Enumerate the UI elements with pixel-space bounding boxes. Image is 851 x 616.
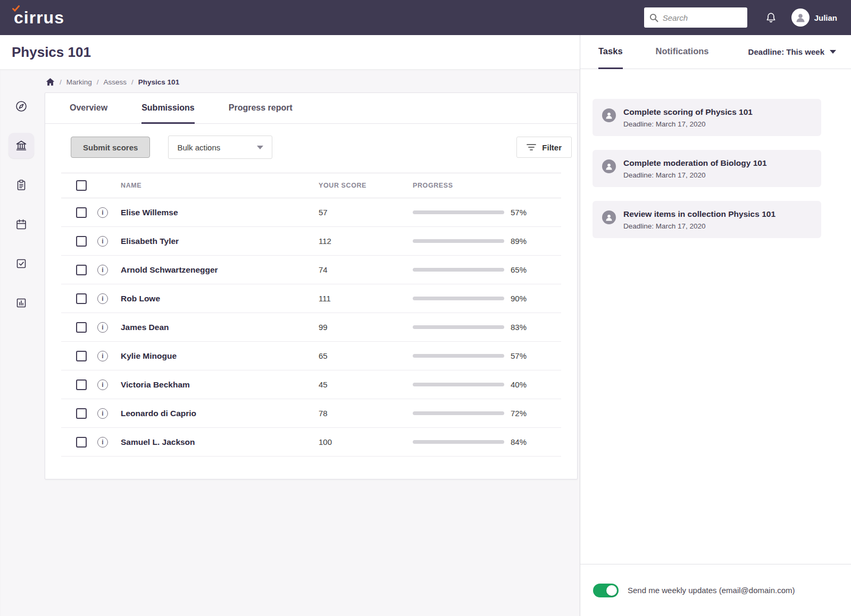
info-icon[interactable]: i xyxy=(97,351,108,361)
row-checkbox[interactable] xyxy=(76,437,87,448)
table-row: i Elise Willemse 57 57% xyxy=(61,198,561,227)
sidebar-item-clipboard[interactable] xyxy=(9,172,34,198)
sidebar-item-reports[interactable] xyxy=(9,290,34,316)
row-checkbox[interactable] xyxy=(76,379,87,390)
toggle-knob xyxy=(606,585,617,596)
cirrus-logo[interactable]: cirrus xyxy=(14,9,64,26)
select-all-checkbox[interactable] xyxy=(76,180,87,191)
info-icon[interactable]: i xyxy=(97,379,108,390)
logo-text: cirrus xyxy=(14,8,64,27)
task-item[interactable]: Review items in collection Physics 101 D… xyxy=(593,201,821,238)
task-title: Review items in collection Physics 101 xyxy=(623,209,775,220)
student-name: Elise Willemse xyxy=(121,208,319,217)
tab-tasks[interactable]: Tasks xyxy=(598,35,623,69)
sidebar-item-calendar[interactable] xyxy=(9,212,34,237)
student-name: Leonardo di Caprio xyxy=(121,409,319,418)
tasks-panel-header: Tasks Notifications Deadline: This week xyxy=(580,35,851,69)
score-value: 111 xyxy=(319,294,413,303)
task-item[interactable]: Complete moderation of Biology 101 Deadl… xyxy=(593,150,821,187)
workspace: / Marking / Assess / Physics 101 xyxy=(0,69,580,616)
row-checkbox[interactable] xyxy=(76,265,87,275)
student-name: Rob Lowe xyxy=(121,294,319,303)
sidebar-item-tasks[interactable] xyxy=(9,251,34,276)
home-icon[interactable] xyxy=(46,78,55,86)
row-checkbox[interactable] xyxy=(76,351,87,361)
submissions-table: NAME YOUR SCORE PROGRESS i Elise Willems… xyxy=(61,173,561,457)
task-deadline: Deadline: March 17, 2020 xyxy=(623,120,753,128)
bulk-actions-dropdown[interactable]: Bulk actions xyxy=(168,136,272,159)
breadcrumb-assess[interactable]: Assess xyxy=(104,78,127,86)
breadcrumb-separator: / xyxy=(97,78,99,86)
info-icon[interactable]: i xyxy=(97,437,108,448)
table-row: i Victoria Beckham 45 40% xyxy=(61,370,561,399)
tab-notifications[interactable]: Notifications xyxy=(656,35,709,69)
submit-scores-button[interactable]: Submit scores xyxy=(71,137,150,158)
task-deadline: Deadline: March 17, 2020 xyxy=(623,171,767,179)
row-checkbox[interactable] xyxy=(76,207,87,218)
progress-percent: 57% xyxy=(504,208,554,217)
top-navbar: cirrus Julian xyxy=(0,0,851,35)
tab-overview[interactable]: Overview xyxy=(70,93,107,124)
progress-bar xyxy=(413,383,504,386)
info-icon[interactable]: i xyxy=(97,236,108,247)
tasks-panel: Tasks Notifications Deadline: This week … xyxy=(580,35,851,616)
task-item[interactable]: Complete scoring of Physics 101 Deadline… xyxy=(593,99,821,136)
info-icon[interactable]: i xyxy=(97,265,108,275)
breadcrumb-separator: / xyxy=(60,78,62,86)
tab-progress-report[interactable]: Progress report xyxy=(229,93,293,124)
score-value: 57 xyxy=(319,208,413,217)
info-icon[interactable]: i xyxy=(97,207,108,218)
sidebar-rail xyxy=(9,94,34,316)
info-icon[interactable]: i xyxy=(97,322,108,333)
weekly-updates-toggle[interactable] xyxy=(593,584,619,597)
weekly-updates-row: Send me weekly updates (email@domain.com… xyxy=(580,564,851,616)
main-content: Physics 101 / Marking / Assess / Physics… xyxy=(0,35,580,616)
card-tabs: Overview Submissions Progress report xyxy=(45,93,577,124)
table-row: i Kylie Minogue 65 57% xyxy=(61,342,561,370)
progress-bar xyxy=(413,210,504,214)
chevron-down-icon xyxy=(257,146,263,149)
deadline-filter-label: Deadline: This week xyxy=(748,47,824,56)
progress-percent: 40% xyxy=(504,380,554,389)
deadline-filter-dropdown[interactable]: Deadline: This week xyxy=(748,35,836,69)
breadcrumb-marking[interactable]: Marking xyxy=(66,78,92,86)
score-value: 78 xyxy=(319,409,413,418)
score-value: 112 xyxy=(319,237,413,246)
search-input[interactable] xyxy=(663,13,742,22)
user-menu[interactable]: Julian xyxy=(791,9,837,27)
app-window: cirrus Julian Physics 101 xyxy=(0,0,851,616)
student-name: Kylie Minogue xyxy=(121,351,319,361)
progress-bar xyxy=(413,239,504,243)
column-header-name: NAME xyxy=(121,182,319,189)
score-value: 74 xyxy=(319,265,413,274)
row-checkbox[interactable] xyxy=(76,408,87,419)
tab-submissions[interactable]: Submissions xyxy=(141,93,195,124)
notifications-bell-icon[interactable] xyxy=(764,11,778,24)
page-title: Physics 101 xyxy=(12,44,91,61)
row-checkbox[interactable] xyxy=(76,322,87,333)
submissions-card: Overview Submissions Progress report Sub… xyxy=(45,92,578,479)
info-icon[interactable]: i xyxy=(97,408,108,419)
table-toolbar: Submit scores Bulk actions Filter xyxy=(45,124,577,170)
sidebar-item-compass[interactable] xyxy=(9,94,34,119)
progress-percent: 65% xyxy=(504,265,554,274)
student-name: Arnold Schwartzenegger xyxy=(121,265,319,275)
progress-percent: 89% xyxy=(504,237,554,246)
score-value: 65 xyxy=(319,351,413,360)
task-deadline: Deadline: March 17, 2020 xyxy=(623,222,775,230)
task-title: Complete scoring of Physics 101 xyxy=(623,107,753,117)
column-header-progress: PROGRESS xyxy=(413,182,504,189)
task-avatar-icon xyxy=(602,210,616,224)
task-title: Complete moderation of Biology 101 xyxy=(623,158,767,168)
progress-percent: 72% xyxy=(504,409,554,418)
row-checkbox[interactable] xyxy=(76,236,87,247)
score-value: 100 xyxy=(319,437,413,446)
info-icon[interactable]: i xyxy=(97,293,108,304)
progress-bar xyxy=(413,411,504,415)
progress-bar xyxy=(413,297,504,300)
filter-button[interactable]: Filter xyxy=(516,137,572,158)
row-checkbox[interactable] xyxy=(76,293,87,304)
sidebar-item-institution[interactable] xyxy=(9,133,34,158)
table-row: i Arnold Schwartzenegger 74 65% xyxy=(61,256,561,284)
filter-icon xyxy=(527,143,536,151)
